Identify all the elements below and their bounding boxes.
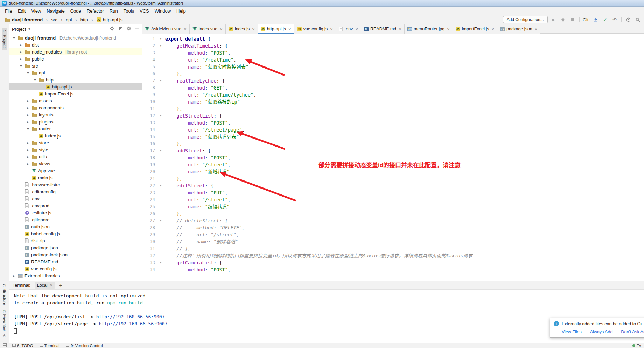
tree-item-router[interactable]: ▾router <box>9 125 142 132</box>
terminal-output[interactable]: Note that the development build is not o… <box>9 290 644 343</box>
tab-.env[interactable]: .env× <box>336 24 361 34</box>
chevron-down-icon[interactable]: ▼ <box>28 27 31 31</box>
expand-arrow-icon[interactable]: ▸ <box>26 148 30 152</box>
expand-arrow-icon[interactable]: ▸ <box>26 106 30 110</box>
tree-item-main.js[interactable]: JSmain.js <box>9 174 142 181</box>
tree-item-api[interactable]: ▾api <box>9 69 142 76</box>
tab-index.vue[interactable]: index.vue× <box>190 24 226 34</box>
menu-item-tools[interactable]: Tools <box>121 8 137 14</box>
tool-button-project[interactable]: 1: Project <box>2 28 7 50</box>
tree-item-layouts[interactable]: ▸layouts <box>9 111 142 118</box>
tree-item-views[interactable]: ▸views <box>9 160 142 167</box>
breadcrumb-item[interactable]: JShttp-api.js <box>96 17 124 23</box>
close-icon[interactable]: × <box>447 27 450 32</box>
collapse-arrow-icon[interactable]: ▾ <box>26 71 30 75</box>
expand-arrow-icon[interactable]: ▸ <box>19 43 23 47</box>
tree-item-store[interactable]: ▸store <box>9 139 142 146</box>
history-icon[interactable] <box>625 16 632 23</box>
expand-arrow-icon[interactable]: ▸ <box>26 141 30 145</box>
menu-item-vcs[interactable]: VCS <box>137 8 152 14</box>
collapse-arrow-icon[interactable]: ▾ <box>12 36 16 40</box>
tree-item-.editorconfig[interactable]: .editorconfig <box>9 188 142 195</box>
search-everywhere-icon[interactable] <box>634 16 641 23</box>
fold-icon[interactable]: ▾ <box>160 217 162 224</box>
statusbar-item-9-version-control[interactable]: 9: Version Control <box>66 343 103 348</box>
tree-item-index.js[interactable]: JSindex.js <box>9 132 142 139</box>
git-revert-icon[interactable]: ↶ <box>611 16 618 23</box>
tab-http-api.js[interactable]: JShttp-api.js× <box>258 24 294 34</box>
fold-icon[interactable]: ▾ <box>160 35 162 42</box>
tab-index.js[interactable]: JSindex.js× <box>226 24 258 34</box>
close-icon[interactable]: × <box>288 27 291 32</box>
expand-arrow-icon[interactable]: ▸ <box>26 155 30 159</box>
fold-icon[interactable]: ▾ <box>160 259 162 266</box>
tree-item-.eslintrc.js[interactable]: .eslintrc.js <box>9 209 142 216</box>
tree-item-External Libraries[interactable]: ▸External Libraries <box>9 272 142 279</box>
fold-icon[interactable]: ▾ <box>160 42 162 49</box>
event-log-label[interactable]: Ev <box>637 343 641 348</box>
menu-item-run[interactable]: Run <box>107 8 121 14</box>
statusbar-item-terminal[interactable]: Terminal <box>40 343 59 348</box>
expand-arrow-icon[interactable]: ▸ <box>12 274 16 278</box>
tree-item-public[interactable]: ▸public <box>9 55 142 62</box>
menu-item-file[interactable]: File <box>2 8 15 14</box>
close-icon[interactable]: × <box>184 27 187 32</box>
tree-item-node_modules[interactable]: ▸node_moduleslibrary root <box>9 48 142 55</box>
tree-item-src[interactable]: ▾src <box>9 62 142 69</box>
expand-arrow-icon[interactable]: ▸ <box>26 120 30 124</box>
tree-item-vue.config.js[interactable]: JSvue.config.js <box>9 265 142 272</box>
tree-item-importExcel.js[interactable]: JSimportExcel.js <box>9 90 142 97</box>
tree-item-.browserslistrc[interactable]: .browserslistrc <box>9 181 142 188</box>
tree-item-http[interactable]: ▾http <box>9 76 142 83</box>
fold-icon[interactable]: ▾ <box>160 77 162 84</box>
collapse-all-icon[interactable] <box>118 26 123 32</box>
fold-icon[interactable]: ▾ <box>160 182 162 189</box>
close-icon[interactable]: × <box>50 283 53 288</box>
fold-icon[interactable]: ▾ <box>160 112 162 119</box>
notification-action[interactable]: Always Add <box>590 329 613 334</box>
tool-button-structure[interactable]: 7: Structure <box>2 282 7 307</box>
tree-item-App.vue[interactable]: App.vue <box>9 167 142 174</box>
git-commit-icon[interactable]: ✓ <box>602 16 609 23</box>
expand-arrow-icon[interactable]: ▸ <box>19 50 23 54</box>
project-panel-title[interactable]: Project <box>12 27 26 32</box>
tab-README.md[interactable]: MREADME.md× <box>361 24 405 34</box>
tree-item-README.md[interactable]: MREADME.md <box>9 258 142 265</box>
expand-arrow-icon[interactable]: ▸ <box>26 113 30 117</box>
menu-item-code[interactable]: Code <box>68 8 84 14</box>
terminal-link[interactable]: http://192.168.66.56:9007 <box>99 321 168 326</box>
tree-item-style[interactable]: ▸style <box>9 146 142 153</box>
breadcrumb-item[interactable]: src <box>50 17 58 23</box>
tree-item-.env[interactable]: .env <box>9 195 142 202</box>
breadcrumb-item[interactable]: duoji-frontend <box>4 17 44 23</box>
tree-item-.gitignore[interactable]: .gitignore <box>9 216 142 223</box>
close-icon[interactable]: × <box>355 27 358 32</box>
tree-item-auth.json[interactable]: { }auth.json <box>9 223 142 230</box>
add-configuration-button[interactable]: Add Configuration... <box>503 16 548 23</box>
menu-item-refactor[interactable]: Refactor <box>84 8 107 14</box>
collapse-arrow-icon[interactable]: ▾ <box>19 64 23 68</box>
new-terminal-button[interactable]: + <box>59 283 62 288</box>
terminal-tab-local[interactable]: Local × <box>35 282 55 289</box>
tree-item-dist[interactable]: ▸dist <box>9 41 142 48</box>
breadcrumb-item[interactable]: http <box>79 17 89 23</box>
run-button[interactable]: ▶ <box>550 16 557 23</box>
menu-item-window[interactable]: Window <box>152 8 174 14</box>
terminal-link[interactable]: http://192.168.66.56:9007 <box>96 314 165 319</box>
close-icon[interactable]: × <box>399 27 401 32</box>
collapse-arrow-icon[interactable]: ▾ <box>26 127 30 131</box>
expand-arrow-icon[interactable]: ▸ <box>19 57 23 61</box>
notification-action[interactable]: Don't Ask Agai <box>621 329 644 334</box>
tab-vue.config.js[interactable]: JSvue.config.js× <box>294 24 336 34</box>
expand-arrow-icon[interactable]: ▸ <box>26 162 30 166</box>
tree-item-assets[interactable]: ▸assets <box>9 97 142 104</box>
stop-button[interactable] <box>569 16 576 23</box>
tool-button-favorites[interactable]: 2: Favorites ★ <box>2 307 7 340</box>
tree-item-duoji-frontend[interactable]: ▾duoji-frontendD:\zheheWeb\duoji-fronten… <box>9 34 142 41</box>
notification-balloon[interactable]: i Externally added files can be added to… <box>550 318 644 338</box>
collapse-arrow-icon[interactable]: ▾ <box>33 78 37 82</box>
tab-importExcel.js[interactable]: JSimportExcel.js× <box>453 24 497 34</box>
menu-item-edit[interactable]: Edit <box>15 8 28 14</box>
tree-item-babel.config.js[interactable]: JSbabel.config.js <box>9 230 142 237</box>
close-icon[interactable]: × <box>330 27 333 32</box>
